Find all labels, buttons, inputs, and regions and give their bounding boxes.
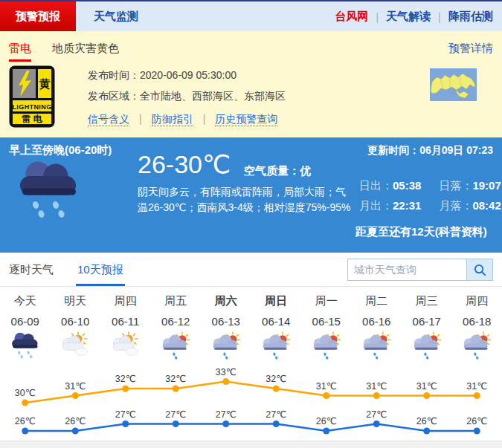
temp-point <box>22 400 28 406</box>
search-input[interactable] <box>347 259 466 281</box>
link-separator: | <box>203 113 206 125</box>
day-name: 今天 <box>0 294 51 308</box>
dark-rain-icon <box>8 331 42 360</box>
day-name: 周二 <box>352 294 402 308</box>
day-name: 周五 <box>151 294 202 308</box>
rain-cloud-icon <box>13 157 85 222</box>
air-quality-value: 优 <box>300 164 311 177</box>
day-name: 周一 <box>301 294 352 308</box>
forecast-tab-strip: 逐时天气 10天预报 <box>0 253 502 287</box>
moonrise: 月出：22:31 <box>359 199 421 213</box>
cloudy-sun-icon <box>109 331 143 360</box>
top-links: 台风网|天气解读|降雨估测 <box>335 1 502 31</box>
forecast-day-column: 周四06-18 <box>452 294 502 360</box>
day-name: 明天 <box>51 294 101 308</box>
day-name: 周四 <box>452 294 502 308</box>
top-navigation: 预警预报 天气监测 台风网|天气解读|降雨估测 <box>0 0 502 31</box>
temp-label: 27℃ <box>165 409 186 420</box>
solstice-note[interactable]: 距夏至还有12天(科普资料) <box>355 225 487 239</box>
tab-label: 天气监测 <box>94 10 138 24</box>
weather-page: 预警预报 天气监测 台风网|天气解读|降雨估测 雷电 地质灾害黄色 预警详情 黄 <box>0 0 502 448</box>
sunset-value: 19:07 <box>472 179 501 192</box>
forecast-day-column: 周六06-13 <box>201 294 251 360</box>
temp-point <box>173 386 179 392</box>
alert-link[interactable]: 防御指引 <box>152 113 193 126</box>
top-link[interactable]: 降雨估测 <box>448 10 493 24</box>
temp-label: 32℃ <box>165 374 186 384</box>
tab-warning-forecast[interactable]: 预警预报 <box>0 1 76 31</box>
day-date: 06-12 <box>151 315 202 328</box>
tab-hourly-weather[interactable]: 逐时天气 <box>9 253 54 286</box>
sun-shower-icon <box>259 331 293 360</box>
search-button[interactable] <box>466 259 493 281</box>
最低气温-line <box>25 424 477 432</box>
temp-point <box>222 421 229 427</box>
alert-tab-lightning[interactable]: 雷电 <box>9 31 31 65</box>
day-name: 周四 <box>100 294 151 308</box>
publish-time-line: 发布时间：2020-06-09 05:30:00 <box>88 69 286 82</box>
day-date: 06-18 <box>452 315 502 328</box>
day-date: 06-15 <box>301 315 352 328</box>
forecast-day-column: 周五06-12 <box>151 294 202 360</box>
alert-tab-geohazard[interactable]: 地质灾害黄色 <box>52 31 119 65</box>
temp-point <box>373 392 380 399</box>
temp-point <box>273 421 280 427</box>
link-separator: | <box>376 10 379 23</box>
alert-links: 信号含义|防御指引|历史预警查询 <box>88 113 286 126</box>
sun-shower-icon <box>158 331 193 360</box>
forecast-day-column: 周四06-11 <box>100 294 151 360</box>
alert-detail-link[interactable]: 预警详情 <box>448 42 493 56</box>
sunrise-value: 05:38 <box>393 179 421 192</box>
lightning-warning-icon: 黄 LIGHTNING 雷 电 <box>9 65 55 128</box>
warning-map-thumbnail[interactable] <box>430 68 477 101</box>
top-link[interactable]: 台风网 <box>335 10 368 24</box>
link-separator: | <box>438 10 441 23</box>
tab-weather-monitor[interactable]: 天气监测 <box>76 1 156 31</box>
publish-time-label: 发布时间： <box>88 69 140 81</box>
alert-info: 发布时间：2020-06-09 05:30:00 发布区域：全市陆地、西部海区、… <box>88 65 286 137</box>
moonset: 月落：08:42 <box>439 199 501 213</box>
tab-ten-day-forecast[interactable]: 10天预报 <box>77 253 123 286</box>
temp-label: 31℃ <box>466 381 487 392</box>
sunset: 日落：19:07 <box>439 179 501 193</box>
temp-label: 26℃ <box>316 416 337 426</box>
temp-point <box>423 428 430 435</box>
temp-label: 31℃ <box>366 381 387 392</box>
temp-label: 26℃ <box>15 416 36 426</box>
temp-point <box>373 421 380 427</box>
moonrise-label: 月出： <box>359 199 393 212</box>
forecast-day-column: 今天06-09 <box>0 294 51 360</box>
sunrise: 日出：05:38 <box>359 179 421 193</box>
update-time-label: 更新时间： <box>367 144 419 156</box>
forecast-day-column: 明天06-10 <box>51 294 101 360</box>
sun-shower-icon <box>410 331 444 360</box>
temp-label: 27℃ <box>216 409 236 420</box>
forecast-period-title: 早上至傍晚(06-20时) <box>9 143 112 158</box>
temp-point <box>474 392 480 399</box>
temp-label: 31℃ <box>65 381 86 392</box>
alert-area: 雷电 地质灾害黄色 预警详情 黄 LIGHTNING 雷 电 <box>0 31 502 137</box>
moonrise-value: 22:31 <box>393 199 421 212</box>
alert-link[interactable]: 历史预警查询 <box>215 113 277 126</box>
sun-moon-times: 日出：05:38 日落：19:07 月出：22:31 月落：08:42 <box>359 179 501 213</box>
temp-label: 26℃ <box>466 416 487 426</box>
top-link[interactable]: 天气解读 <box>386 10 431 24</box>
air-quality: 空气质量：优 <box>244 164 311 178</box>
temp-label: 31℃ <box>416 381 437 392</box>
sunset-label: 日落： <box>439 179 472 192</box>
cloudy-sun-icon <box>58 331 92 360</box>
temp-point <box>173 421 179 427</box>
day-name: 周日 <box>251 294 302 308</box>
temp-label: 26℃ <box>416 416 437 426</box>
forecast-days: 今天06-09 明天06-10 周四06-11 周五06-12 <box>0 287 502 360</box>
temp-label: 27℃ <box>266 409 286 420</box>
sun-shower-icon <box>309 331 344 360</box>
alert-link[interactable]: 信号含义 <box>88 113 129 126</box>
day-name: 周三 <box>402 294 452 308</box>
day-date: 06-11 <box>100 315 151 328</box>
search-icon <box>473 263 487 277</box>
update-time-value: 06月09日 07:23 <box>419 144 493 156</box>
temp-label: 31℃ <box>316 381 337 392</box>
day-date: 06-16 <box>352 315 402 328</box>
sunrise-label: 日出： <box>359 179 393 192</box>
